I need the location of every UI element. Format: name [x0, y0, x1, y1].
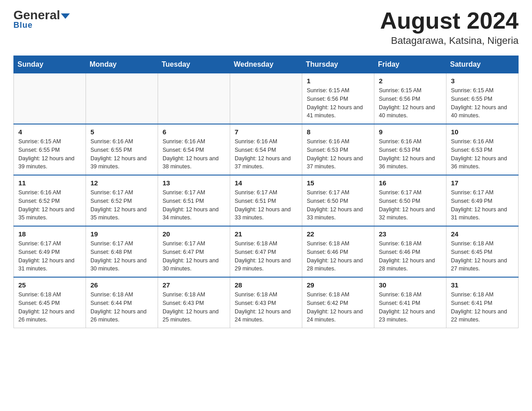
day-number: 23 [379, 230, 442, 238]
calendar-week-row: 4Sunrise: 6:15 AMSunset: 6:55 PMDaylight… [14, 124, 519, 175]
day-info: Sunrise: 6:18 AMSunset: 6:46 PMDaylight:… [307, 240, 369, 273]
calendar-cell: 3Sunrise: 6:15 AMSunset: 6:55 PMDaylight… [446, 73, 519, 124]
day-number: 29 [307, 281, 369, 289]
day-number: 31 [451, 281, 514, 289]
location-subtitle: Batagarawa, Katsina, Nigeria [380, 35, 519, 47]
day-info: Sunrise: 6:18 AMSunset: 6:44 PMDaylight:… [90, 291, 153, 324]
day-number: 28 [235, 281, 297, 289]
day-number: 15 [307, 179, 369, 187]
day-info: Sunrise: 6:16 AMSunset: 6:55 PMDaylight:… [90, 137, 153, 171]
calendar-header-row: SundayMondayTuesdayWednesdayThursdayFrid… [14, 56, 519, 73]
calendar-cell [86, 73, 158, 124]
calendar-week-row: 18Sunrise: 6:17 AMSunset: 6:49 PMDayligh… [14, 226, 519, 277]
column-header-sunday: Sunday [14, 56, 86, 73]
title-section: August 2024 Batagarawa, Katsina, Nigeria [380, 9, 519, 47]
calendar-cell: 13Sunrise: 6:17 AMSunset: 6:51 PMDayligh… [158, 175, 230, 226]
calendar-cell: 5Sunrise: 6:16 AMSunset: 6:55 PMDaylight… [86, 124, 158, 175]
day-info: Sunrise: 6:18 AMSunset: 6:43 PMDaylight:… [235, 291, 297, 324]
calendar-cell: 28Sunrise: 6:18 AMSunset: 6:43 PMDayligh… [230, 277, 302, 328]
day-info: Sunrise: 6:17 AMSunset: 6:51 PMDaylight:… [235, 188, 297, 222]
calendar-cell [158, 73, 230, 124]
day-number: 1 [307, 77, 369, 85]
day-info: Sunrise: 6:15 AMSunset: 6:55 PMDaylight:… [451, 86, 514, 120]
day-info: Sunrise: 6:16 AMSunset: 6:53 PMDaylight:… [379, 137, 442, 171]
day-number: 3 [451, 77, 514, 85]
calendar-cell: 22Sunrise: 6:18 AMSunset: 6:46 PMDayligh… [302, 226, 374, 277]
day-number: 26 [90, 281, 153, 289]
day-info: Sunrise: 6:18 AMSunset: 6:45 PMDaylight:… [451, 240, 514, 273]
calendar-cell: 6Sunrise: 6:16 AMSunset: 6:54 PMDaylight… [158, 124, 230, 175]
day-info: Sunrise: 6:18 AMSunset: 6:47 PMDaylight:… [235, 240, 297, 273]
calendar-cell: 25Sunrise: 6:18 AMSunset: 6:45 PMDayligh… [14, 277, 86, 328]
logo: General Blue [13, 9, 70, 30]
calendar-week-row: 25Sunrise: 6:18 AMSunset: 6:45 PMDayligh… [14, 277, 519, 328]
day-number: 19 [90, 230, 153, 238]
day-number: 18 [18, 230, 81, 238]
day-number: 5 [90, 128, 153, 136]
day-number: 6 [163, 128, 225, 136]
day-info: Sunrise: 6:17 AMSunset: 6:48 PMDaylight:… [90, 240, 153, 273]
page-header: General Blue August 2024 Batagarawa, Kat… [13, 9, 519, 47]
day-info: Sunrise: 6:15 AMSunset: 6:56 PMDaylight:… [379, 86, 442, 120]
calendar-cell: 4Sunrise: 6:15 AMSunset: 6:55 PMDaylight… [14, 124, 86, 175]
day-info: Sunrise: 6:17 AMSunset: 6:49 PMDaylight:… [451, 188, 514, 222]
day-number: 16 [379, 179, 442, 187]
day-number: 10 [451, 128, 514, 136]
calendar-cell: 14Sunrise: 6:17 AMSunset: 6:51 PMDayligh… [230, 175, 302, 226]
logo-general: General [13, 9, 70, 21]
logo-blue: Blue [13, 21, 33, 30]
day-info: Sunrise: 6:17 AMSunset: 6:49 PMDaylight:… [18, 240, 81, 273]
calendar-cell: 10Sunrise: 6:16 AMSunset: 6:53 PMDayligh… [446, 124, 519, 175]
calendar-cell: 30Sunrise: 6:18 AMSunset: 6:41 PMDayligh… [374, 277, 446, 328]
calendar-cell: 8Sunrise: 6:16 AMSunset: 6:53 PMDaylight… [302, 124, 374, 175]
calendar-cell: 21Sunrise: 6:18 AMSunset: 6:47 PMDayligh… [230, 226, 302, 277]
column-header-saturday: Saturday [446, 56, 519, 73]
day-number: 9 [379, 128, 442, 136]
calendar-cell: 7Sunrise: 6:16 AMSunset: 6:54 PMDaylight… [230, 124, 302, 175]
day-info: Sunrise: 6:18 AMSunset: 6:42 PMDaylight:… [307, 291, 369, 324]
calendar-cell: 11Sunrise: 6:16 AMSunset: 6:52 PMDayligh… [14, 175, 86, 226]
day-info: Sunrise: 6:16 AMSunset: 6:53 PMDaylight:… [451, 137, 514, 171]
day-info: Sunrise: 6:18 AMSunset: 6:45 PMDaylight:… [18, 291, 81, 324]
day-number: 7 [235, 128, 297, 136]
day-info: Sunrise: 6:18 AMSunset: 6:43 PMDaylight:… [163, 291, 225, 324]
day-number: 21 [235, 230, 297, 238]
calendar-cell: 24Sunrise: 6:18 AMSunset: 6:45 PMDayligh… [446, 226, 519, 277]
calendar-cell: 16Sunrise: 6:17 AMSunset: 6:50 PMDayligh… [374, 175, 446, 226]
day-info: Sunrise: 6:18 AMSunset: 6:46 PMDaylight:… [379, 240, 442, 273]
day-number: 25 [18, 281, 81, 289]
column-header-monday: Monday [86, 56, 158, 73]
day-info: Sunrise: 6:17 AMSunset: 6:47 PMDaylight:… [163, 240, 225, 273]
day-info: Sunrise: 6:16 AMSunset: 6:53 PMDaylight:… [307, 137, 369, 171]
day-info: Sunrise: 6:17 AMSunset: 6:50 PMDaylight:… [379, 188, 442, 222]
day-number: 13 [163, 179, 225, 187]
calendar-cell: 17Sunrise: 6:17 AMSunset: 6:49 PMDayligh… [446, 175, 519, 226]
logo-triangle-icon [61, 13, 70, 19]
calendar-cell: 27Sunrise: 6:18 AMSunset: 6:43 PMDayligh… [158, 277, 230, 328]
calendar-cell: 9Sunrise: 6:16 AMSunset: 6:53 PMDaylight… [374, 124, 446, 175]
day-info: Sunrise: 6:15 AMSunset: 6:55 PMDaylight:… [18, 137, 81, 171]
day-info: Sunrise: 6:18 AMSunset: 6:41 PMDaylight:… [451, 291, 514, 324]
calendar-cell: 31Sunrise: 6:18 AMSunset: 6:41 PMDayligh… [446, 277, 519, 328]
day-info: Sunrise: 6:15 AMSunset: 6:56 PMDaylight:… [307, 86, 369, 120]
day-info: Sunrise: 6:18 AMSunset: 6:41 PMDaylight:… [379, 291, 442, 324]
calendar-cell: 19Sunrise: 6:17 AMSunset: 6:48 PMDayligh… [86, 226, 158, 277]
day-info: Sunrise: 6:16 AMSunset: 6:54 PMDaylight:… [163, 137, 225, 171]
day-number: 17 [451, 179, 514, 187]
calendar-cell: 23Sunrise: 6:18 AMSunset: 6:46 PMDayligh… [374, 226, 446, 277]
day-number: 8 [307, 128, 369, 136]
day-number: 11 [18, 179, 81, 187]
calendar-cell: 15Sunrise: 6:17 AMSunset: 6:50 PMDayligh… [302, 175, 374, 226]
day-number: 4 [18, 128, 81, 136]
column-header-thursday: Thursday [302, 56, 374, 73]
calendar-cell: 2Sunrise: 6:15 AMSunset: 6:56 PMDaylight… [374, 73, 446, 124]
calendar-cell: 29Sunrise: 6:18 AMSunset: 6:42 PMDayligh… [302, 277, 374, 328]
month-year-title: August 2024 [380, 9, 519, 32]
day-number: 30 [379, 281, 442, 289]
day-info: Sunrise: 6:17 AMSunset: 6:50 PMDaylight:… [307, 188, 369, 222]
day-number: 27 [163, 281, 225, 289]
day-number: 22 [307, 230, 369, 238]
column-header-friday: Friday [374, 56, 446, 73]
calendar-week-row: 1Sunrise: 6:15 AMSunset: 6:56 PMDaylight… [14, 73, 519, 124]
day-number: 14 [235, 179, 297, 187]
